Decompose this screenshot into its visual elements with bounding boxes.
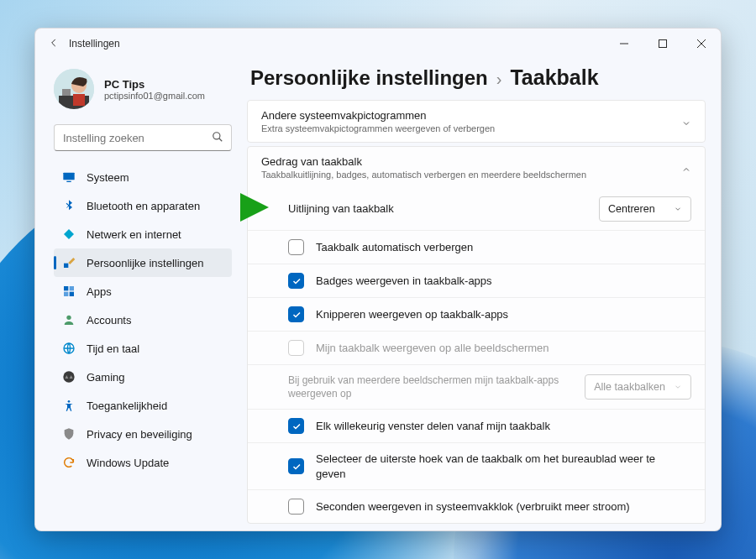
breadcrumb-current: Taakbalk xyxy=(510,65,598,90)
profile-email: pctipsinfo01@gmail.com xyxy=(104,91,205,101)
window-maximize-button[interactable] xyxy=(643,29,682,59)
sidebar-item-accounts[interactable]: Accounts xyxy=(54,306,232,334)
row-desktop-corner: Selecteer de uiterste hoek van de taakba… xyxy=(248,442,705,489)
card-title: Gedrag van taakbalk xyxy=(261,155,681,168)
update-icon xyxy=(62,456,76,469)
window-minimize-button[interactable] xyxy=(605,29,643,59)
row-flashing: Knipperen weergeven op taakbalk-apps xyxy=(248,297,705,331)
sidebar-item-time-language[interactable]: Tijd en taal xyxy=(54,334,232,363)
main-content: Persoonlijke instellingen › Taakbalk And… xyxy=(240,59,721,530)
search-icon xyxy=(212,131,223,143)
checkbox-flashing[interactable] xyxy=(288,306,304,322)
svg-rect-11 xyxy=(70,286,74,290)
titlebar: Instellingen xyxy=(35,29,721,59)
row-clock-seconds: Seconden weergeven in systeemvakklok (ve… xyxy=(248,489,705,523)
row-label: Elk willekeurig venster delen vanaf mijn… xyxy=(316,419,691,434)
back-button[interactable] xyxy=(47,37,60,51)
sidebar-item-label: Netwerk en internet xyxy=(87,228,181,241)
checkbox-auto-hide[interactable] xyxy=(288,239,304,255)
titlebar-title: Instellingen xyxy=(69,38,120,50)
checkbox-badges[interactable] xyxy=(288,273,304,289)
sidebar-item-gaming[interactable]: Gaming xyxy=(54,363,232,391)
person-icon xyxy=(62,313,76,327)
accessibility-icon xyxy=(62,399,76,412)
shield-icon xyxy=(62,427,76,441)
sidebar-item-label: Windows Update xyxy=(87,457,169,469)
row-label: Seconden weergeven in systeemvakklok (ve… xyxy=(316,499,691,515)
row-label: Taakbalk automatisch verbergen xyxy=(316,240,691,255)
sidebar-item-accessibility[interactable]: Toegankelijkheid xyxy=(54,391,232,420)
breadcrumb-parent[interactable]: Persoonlijke instellingen xyxy=(250,66,488,90)
sidebar-item-network[interactable]: Netwerk en internet xyxy=(54,220,232,248)
row-badges: Badges weergeven in taakbalk-apps xyxy=(248,264,705,297)
chevron-down-icon xyxy=(674,383,682,391)
svg-rect-12 xyxy=(64,292,68,296)
chevron-down-icon xyxy=(674,205,682,213)
search-input[interactable] xyxy=(54,124,232,151)
checkbox-share-window[interactable] xyxy=(288,418,304,434)
card-taskbar-behavior: Gedrag van taakbalk Taakbalkuitlijning, … xyxy=(247,146,706,524)
breadcrumb: Persoonlijke instellingen › Taakbalk xyxy=(247,65,706,100)
card-header-other-tray-icons[interactable]: Andere systeemvakpictogrammen Extra syst… xyxy=(248,101,705,142)
row-multi-monitor-apps: Bij gebruik van meerdere beeldschermen m… xyxy=(248,364,705,409)
sidebar-item-label: Accounts xyxy=(87,314,131,327)
monitor-icon xyxy=(62,170,76,184)
card-other-tray-icons: Andere systeemvakpictogrammen Extra syst… xyxy=(247,100,706,143)
row-auto-hide: Taakbalk automatisch verbergen xyxy=(248,230,705,264)
chevron-down-icon xyxy=(681,117,691,127)
window-close-button[interactable] xyxy=(682,29,721,59)
svg-rect-3 xyxy=(62,89,71,96)
checkbox-desktop-corner[interactable] xyxy=(288,458,304,474)
select-value: Centreren xyxy=(608,203,665,215)
card-title: Andere systeemvakpictogrammen xyxy=(261,109,681,122)
select-value: Alle taakbalken xyxy=(594,381,665,393)
svg-rect-9 xyxy=(64,264,68,268)
row-all-monitors: Mijn taakbalk weergeven op alle beeldsch… xyxy=(248,331,705,364)
row-label: Badges weergeven in taakbalk-apps xyxy=(316,274,691,289)
row-label: Mijn taakbalk weergeven op alle beeldsch… xyxy=(316,341,691,356)
sidebar-item-bluetooth[interactable]: Bluetooth en apparaten xyxy=(54,191,232,220)
checkbox-clock-seconds[interactable] xyxy=(288,499,304,515)
sidebar-item-label: Privacy en beveiliging xyxy=(87,428,192,441)
sidebar-item-personalization[interactable]: Persoonlijke instellingen xyxy=(54,248,232,277)
svg-rect-0 xyxy=(659,40,667,48)
row-label: Bij gebruik van meerdere beeldschermen m… xyxy=(288,374,585,400)
sidebar-item-label: Systeem xyxy=(87,171,129,184)
sidebar-item-apps[interactable]: Apps xyxy=(54,277,232,306)
sidebar-item-label: Toegankelijkheid xyxy=(87,400,167,412)
svg-rect-5 xyxy=(73,94,85,106)
select-multi-monitor: Alle taakbalken xyxy=(585,374,691,400)
select-alignment[interactable]: Centreren xyxy=(599,196,691,222)
row-label: Uitlijning van taakbalk xyxy=(288,201,599,217)
sidebar-item-privacy[interactable]: Privacy en beveiliging xyxy=(54,420,232,448)
gaming-icon xyxy=(62,370,76,384)
chevron-right-icon: › xyxy=(496,70,502,89)
profile-block[interactable]: PC Tips pctipsinfo01@gmail.com xyxy=(54,64,232,121)
sidebar-item-label: Bluetooth en apparaten xyxy=(87,200,200,212)
bluetooth-icon xyxy=(62,199,76,212)
svg-rect-7 xyxy=(63,173,74,180)
sidebar-item-label: Gaming xyxy=(87,371,125,384)
card-header-taskbar-behavior[interactable]: Gedrag van taakbalk Taakbalkuitlijning, … xyxy=(248,147,705,188)
sidebar-item-system[interactable]: Systeem xyxy=(54,163,232,191)
svg-point-16 xyxy=(63,371,74,382)
sidebar-item-label: Persoonlijke instellingen xyxy=(87,257,203,269)
row-label: Selecteer de uiterste hoek van de taakba… xyxy=(316,452,691,481)
row-share-window: Elk willekeurig venster delen vanaf mijn… xyxy=(248,409,705,442)
svg-rect-10 xyxy=(64,286,68,290)
sidebar-item-label: Apps xyxy=(87,285,112,298)
card-subtitle: Extra systeemvakpictogrammen weergeven o… xyxy=(261,123,681,133)
globe-icon xyxy=(62,342,76,355)
svg-point-14 xyxy=(66,316,71,320)
checkbox-all-monitors xyxy=(288,340,304,356)
svg-point-6 xyxy=(213,133,220,139)
avatar xyxy=(54,69,94,109)
settings-window: Instellingen xyxy=(34,28,722,531)
sidebar-item-windows-update[interactable]: Windows Update xyxy=(54,448,232,477)
row-alignment: Uitlijning van taakbalk Centreren xyxy=(248,188,705,230)
card-subtitle: Taakbalkuitlijning, badges, automatisch … xyxy=(261,170,681,180)
svg-rect-13 xyxy=(70,292,74,296)
svg-point-17 xyxy=(68,400,71,403)
sidebar-item-label: Tijd en taal xyxy=(87,342,139,355)
paintbrush-icon xyxy=(62,256,76,269)
